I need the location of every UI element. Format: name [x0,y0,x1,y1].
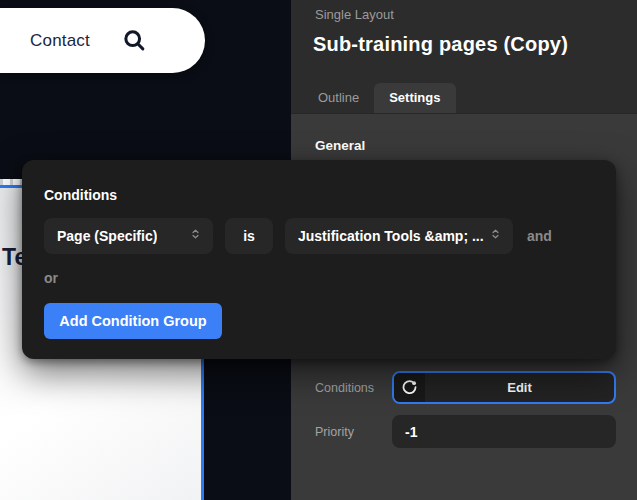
page-title: Sub-training pages (Copy) [313,33,568,56]
chevron-up-down-icon [489,227,502,245]
conditions-dialog-title: Conditions [44,187,117,203]
search-icon[interactable] [121,27,148,54]
tab-settings[interactable]: Settings [374,83,455,113]
conditions-dialog: Conditions Page (Specific) is Justificat… [22,160,616,359]
condition-operator-button[interactable]: is [225,218,273,254]
panel-header: Single Layout Sub-training pages (Copy) … [291,0,637,113]
condition-field-value: Page (Specific) [57,228,157,244]
tab-outline[interactable]: Outline [303,83,374,113]
condition-value: Justification Tools &amp; ... [298,228,484,244]
and-conjunction-label[interactable]: and [527,228,552,244]
condition-row: Page (Specific) is Justification Tools &… [44,218,552,254]
add-condition-group-button[interactable]: Add Condition Group [44,303,222,339]
chevron-up-down-icon [189,227,202,245]
layout-type-label: Single Layout [315,7,394,22]
section-title-general: General [315,138,365,153]
edit-button-label: Edit [425,373,614,402]
conditions-icon [394,373,425,402]
site-nav-pill: Contact [0,8,205,73]
contact-link[interactable]: Contact [30,31,90,51]
condition-field-select[interactable]: Page (Specific) [44,218,213,254]
or-conjunction-label[interactable]: or [44,270,58,286]
priority-field-label: Priority [315,425,354,439]
conditions-field-label: Conditions [315,381,374,395]
conditions-edit-button[interactable]: Edit [392,371,616,404]
panel-tabs: Outline Settings [303,83,456,113]
condition-value-select[interactable]: Justification Tools &amp; ... [285,218,513,254]
priority-input[interactable] [392,415,616,448]
